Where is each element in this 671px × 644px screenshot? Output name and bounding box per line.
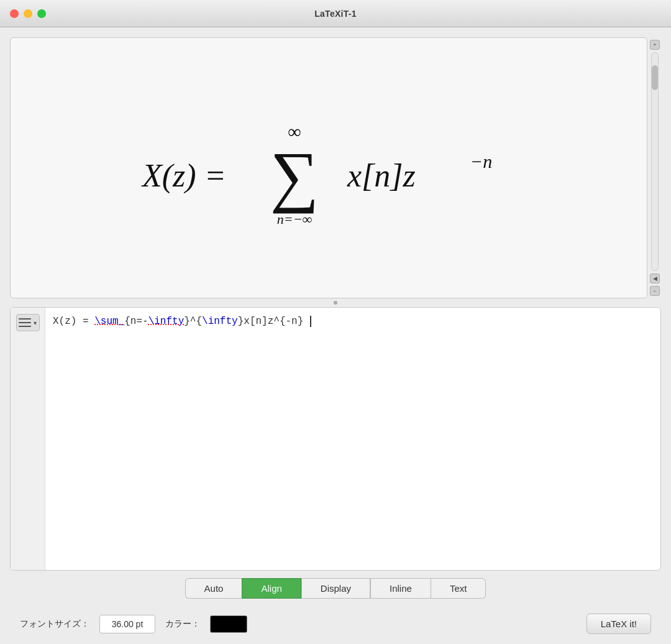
- font-size-input[interactable]: [99, 615, 155, 633]
- window-controls: [10, 9, 46, 18]
- latex-it-button[interactable]: LaTeX it!: [587, 614, 651, 634]
- color-label: カラー：: [165, 619, 200, 630]
- close-button[interactable]: [10, 9, 19, 18]
- preview-wrapper: X(z) = ∑ n=−∞ ∞ x[n]z −n + ◀ −: [10, 37, 661, 298]
- svg-text:−n: −n: [470, 151, 492, 172]
- scroll-thumb[interactable]: [652, 65, 658, 90]
- scroll-plus[interactable]: +: [650, 40, 660, 50]
- editor-plain-text: X(z) =: [53, 316, 94, 327]
- minimize-button[interactable]: [24, 9, 32, 18]
- main-content: X(z) = ∑ n=−∞ ∞ x[n]z −n + ◀ −: [0, 27, 671, 644]
- svg-text:∞: ∞: [288, 121, 301, 142]
- editor-infty1-cmd: \infty: [148, 316, 185, 327]
- editor-wrapper: ▾ X(z) = \sum_{n=-\infty}^{\infty}x[n]z^…: [10, 307, 661, 571]
- dropdown-arrow: ▾: [34, 320, 37, 326]
- cursor: [310, 316, 317, 327]
- mode-buttons: Auto Align Display Inline Text: [10, 578, 661, 599]
- bottom-row: フォントサイズ： カラー： LaTeX it!: [10, 607, 661, 644]
- svg-text:x[n]z: x[n]z: [347, 158, 416, 193]
- font-size-label: フォントサイズ：: [20, 619, 89, 630]
- hamburger-line: [19, 326, 31, 327]
- color-swatch[interactable]: [210, 615, 247, 633]
- maximize-button[interactable]: [37, 9, 46, 18]
- svg-text:X(z) =: X(z) =: [141, 158, 226, 194]
- auto-button[interactable]: Auto: [185, 578, 242, 599]
- scroll-minus[interactable]: −: [650, 286, 660, 296]
- math-formula: X(z) = ∑ n=−∞ ∞ x[n]z −n: [111, 93, 546, 242]
- scroll-arrow[interactable]: ◀: [650, 274, 660, 283]
- drag-dot: [334, 301, 337, 305]
- hamburger-line: [19, 318, 31, 320]
- editor-sidebar: ▾: [11, 308, 45, 570]
- scroll-track: [651, 52, 659, 271]
- editor-infty2-cmd: \infty: [202, 316, 238, 327]
- inline-button[interactable]: Inline: [370, 578, 431, 599]
- scrollbar: + ◀ −: [649, 37, 661, 298]
- editor-sup-open: }^{: [184, 316, 202, 327]
- text-button[interactable]: Text: [431, 578, 486, 599]
- align-button[interactable]: Align: [242, 578, 301, 599]
- display-button[interactable]: Display: [301, 578, 370, 599]
- bottom-toolbar: Auto Align Display Inline Text フォントサイズ： …: [10, 571, 661, 644]
- svg-text:∑: ∑: [270, 138, 319, 214]
- menu-button[interactable]: ▾: [16, 314, 40, 331]
- editor-input[interactable]: X(z) = \sum_{n=-\infty}^{\infty}x[n]z^{-…: [45, 308, 660, 570]
- window-title: LaTeXiT-1: [314, 9, 357, 19]
- hamburger-line: [19, 322, 31, 323]
- editor-formula-end: }x[n]z^{-n}: [238, 316, 309, 327]
- title-bar: LaTeXiT-1: [0, 0, 671, 27]
- preview-pane: X(z) = ∑ n=−∞ ∞ x[n]z −n: [10, 37, 647, 298]
- editor-sum-cmd: \sum_: [94, 316, 124, 327]
- drag-handle[interactable]: [10, 298, 661, 307]
- svg-text:n=−∞: n=−∞: [277, 211, 313, 227]
- editor-sub-open: {n=-: [124, 316, 148, 327]
